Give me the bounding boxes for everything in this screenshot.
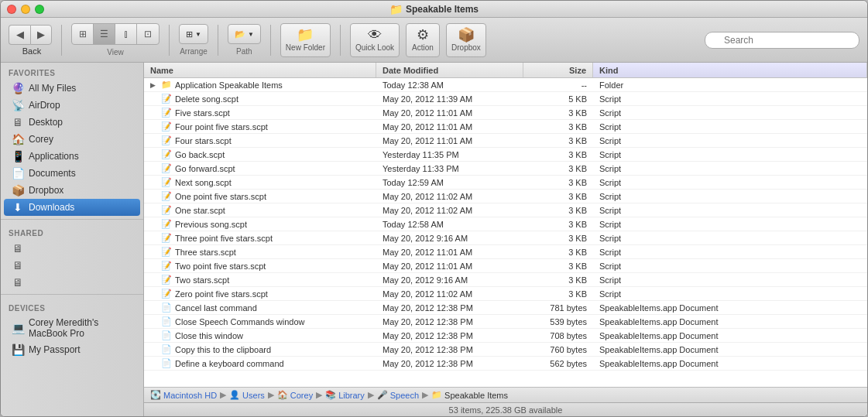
close-button[interactable]: [7, 5, 16, 14]
applications-icon: 📱: [12, 150, 24, 162]
macbook-icon: 💻: [12, 322, 24, 334]
breadcrumb-corey[interactable]: 🏠 Corey: [277, 390, 313, 400]
minimize-button[interactable]: [21, 5, 30, 14]
doc-icon: 📄: [161, 302, 172, 313]
header-kind[interactable]: Kind: [593, 63, 867, 77]
action-button[interactable]: ⚙ Action: [406, 23, 440, 57]
sidebar-item-shared-2[interactable]: 🖥: [4, 257, 140, 274]
breadcrumb-macintosh-hd[interactable]: 💽 Macintosh HD: [150, 390, 217, 400]
path-button[interactable]: 📂 ▼: [228, 24, 261, 44]
users-icon: 👤: [229, 390, 240, 400]
table-row[interactable]: 📝Previous song.scpt Today 12:58 AM 3 KB …: [144, 217, 867, 231]
table-row[interactable]: 📝Next song.scpt Today 12:59 AM 3 KB Scri…: [144, 176, 867, 190]
sidebar-divider-1: [1, 219, 143, 220]
status-bar: 53 items, 225.38 GB available: [144, 402, 867, 416]
breadcrumb-library[interactable]: 📚 Library: [325, 390, 365, 400]
script-icon: 📝: [161, 177, 172, 187]
sidebar-item-shared-1[interactable]: 🖥: [4, 240, 140, 257]
table-row[interactable]: 📄Cancel last command May 20, 2012 12:38 …: [144, 301, 867, 315]
search-input[interactable]: [705, 32, 859, 49]
sidebar-label-macbook: Corey Meredith's MacBook Pro: [29, 317, 132, 339]
corey-bc-icon: 🏠: [277, 390, 288, 400]
breadcrumb-speakable-items: 📁 Speakable Items: [431, 390, 508, 400]
quick-look-icon: 👁: [368, 28, 382, 42]
status-text: 53 items, 225.38 GB available: [449, 405, 563, 415]
documents-icon: 📄: [12, 167, 24, 179]
dropbox-button[interactable]: 📦 Dropbox: [446, 23, 486, 57]
traffic-lights: [7, 5, 44, 14]
desktop-icon: 🖥: [12, 116, 24, 128]
script-icon: 📝: [161, 205, 172, 215]
table-row[interactable]: 📄Close Speech Commands window May 20, 20…: [144, 315, 867, 329]
corey-icon: 🏠: [12, 133, 24, 145]
path-icon: 📂: [235, 29, 245, 39]
breadcrumb-speech[interactable]: 🎤 Speech: [377, 390, 419, 400]
breadcrumb-sep-4: ▶: [368, 390, 374, 400]
table-row[interactable]: 📝Three point five stars.scpt May 20, 201…: [144, 231, 867, 245]
list-view-button[interactable]: ☰: [94, 24, 115, 44]
table-row[interactable]: 📝Four stars.scpt May 20, 2012 11:01 AM 3…: [144, 134, 867, 148]
table-row[interactable]: 📝Two stars.scpt May 20, 2012 9:16 AM 3 K…: [144, 273, 867, 287]
sidebar-label-documents: Documents: [29, 168, 76, 179]
sidebar-item-applications[interactable]: 📱 Applications: [4, 148, 140, 165]
table-row[interactable]: 📝Delete song.scpt May 20, 2012 11:39 AM …: [144, 92, 867, 106]
expand-icon: ▶: [150, 81, 158, 89]
action-icon: ⚙: [417, 28, 429, 42]
cover-flow-button[interactable]: ⊡: [137, 24, 159, 44]
toolbar-separator-2: [169, 25, 170, 56]
column-view-button[interactable]: ⫿: [115, 24, 137, 44]
sidebar-item-macbook[interactable]: 💻 Corey Meredith's MacBook Pro: [4, 315, 140, 341]
sidebar-label-my-passport: My Passport: [29, 344, 81, 355]
sidebar-item-corey[interactable]: 🏠 Corey: [4, 131, 140, 148]
content-area: FAVORITES 🔮 All My Files 📡 AirDrop 🖥 Des…: [1, 63, 867, 416]
window-title: 📁 Speakable Items: [389, 3, 479, 15]
table-row[interactable]: 📄Copy this to the clipboard May 20, 2012…: [144, 343, 867, 357]
header-name[interactable]: Name: [144, 63, 376, 77]
sidebar-item-downloads[interactable]: ⬇ Downloads: [4, 199, 140, 216]
sidebar-item-all-my-files[interactable]: 🔮 All My Files: [4, 80, 140, 97]
header-size[interactable]: Size: [523, 63, 593, 77]
table-row[interactable]: 📝Go forward.scpt Yesterday 11:33 PM 3 KB…: [144, 162, 867, 176]
sidebar-item-airdrop[interactable]: 📡 AirDrop: [4, 97, 140, 114]
back-button[interactable]: ◀: [9, 25, 30, 45]
forward-button[interactable]: ▶: [30, 25, 52, 45]
table-row[interactable]: 📝Two point five stars.scpt May 20, 2012 …: [144, 259, 867, 273]
table-row[interactable]: 📝Five stars.scpt May 20, 2012 11:01 AM 3…: [144, 106, 867, 120]
table-row[interactable]: 📝One star.scpt May 20, 2012 11:02 AM 3 K…: [144, 203, 867, 217]
arrange-icon: ⊞: [186, 29, 193, 39]
sidebar-item-documents[interactable]: 📄 Documents: [4, 165, 140, 182]
toolbar-separator-5: [340, 25, 341, 56]
table-row[interactable]: 📄Close this window May 20, 2012 12:38 PM…: [144, 329, 867, 343]
arrange-label: Arrange: [180, 47, 208, 56]
doc-icon: 📄: [161, 344, 172, 354]
sidebar-item-desktop[interactable]: 🖥 Desktop: [4, 114, 140, 131]
folder-icon: 📁: [161, 80, 172, 90]
script-icon: 📝: [161, 108, 172, 118]
sidebar-item-my-passport[interactable]: 💾 My Passport: [4, 341, 140, 358]
shared-3-icon: 🖥: [12, 276, 24, 289]
table-row[interactable]: ▶ 📁 Application Speakable Items Today 12…: [144, 78, 867, 92]
sidebar-label-airdrop: AirDrop: [29, 100, 60, 111]
table-row[interactable]: 📝One point five stars.scpt May 20, 2012 …: [144, 190, 867, 203]
header-date[interactable]: Date Modified: [376, 63, 523, 77]
file-list: ▶ 📁 Application Speakable Items Today 12…: [144, 78, 867, 387]
script-icon: 📝: [161, 191, 172, 201]
sidebar-item-shared-3[interactable]: 🖥: [4, 274, 140, 291]
table-row[interactable]: 📝Four point five stars.scpt May 20, 2012…: [144, 120, 867, 134]
quick-look-button[interactable]: 👁 Quick Look: [350, 23, 400, 57]
arrange-button[interactable]: ⊞ ▼: [179, 24, 208, 44]
table-row[interactable]: 📝Three stars.scpt May 20, 2012 11:01 AM …: [144, 245, 867, 259]
icon-view-button[interactable]: ⊞: [72, 24, 94, 44]
table-row[interactable]: 📝Zero point five stars.scpt May 20, 2012…: [144, 287, 867, 301]
sidebar-item-dropbox[interactable]: 📦 Dropbox: [4, 182, 140, 199]
new-folder-button[interactable]: 📁 New Folder: [280, 23, 331, 57]
search-wrapper: 🔍: [705, 32, 859, 49]
dropbox-icon: 📦: [458, 28, 475, 42]
script-icon: 📝: [161, 275, 172, 285]
file-pane: Name Date Modified Size Kind ▶ 📁 Applica…: [144, 63, 867, 416]
table-row[interactable]: 📄Define a keyboard command May 20, 2012 …: [144, 357, 867, 371]
table-row[interactable]: 📝Go back.scpt Yesterday 11:35 PM 3 KB Sc…: [144, 148, 867, 162]
back-label: Back: [22, 46, 41, 56]
maximize-button[interactable]: [35, 5, 44, 14]
breadcrumb-users[interactable]: 👤 Users: [229, 390, 265, 400]
